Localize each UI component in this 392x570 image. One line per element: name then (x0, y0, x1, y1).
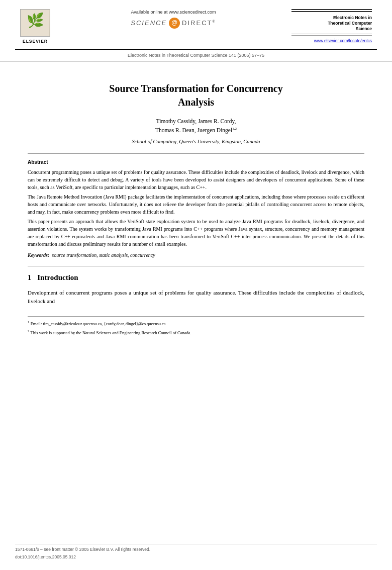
abstract-section: Abstract Concurrent programming poses a … (28, 159, 364, 259)
abstract-para-2: The Java Remote Method Invocation (Java … (28, 193, 364, 216)
page-footer: 1571-0661/$ – see front matter © 2005 El… (15, 544, 377, 561)
keywords: Keywords: source transformation, static … (28, 252, 364, 259)
page: 🌿 ELSEVIER Available online at www.scien… (0, 0, 392, 570)
authors: Timothy Cassidy, James R. Cordy, Thomas … (28, 117, 364, 135)
journal-name: Electronic Notes inTheoretical ComputerS… (328, 15, 372, 32)
direct-wordmark: DIRECT® (182, 19, 216, 28)
available-text: Available online at www.sciencedirect.co… (131, 9, 216, 16)
footnote-1-text: Email: tim_cassidy@tricolour.queensu.ca,… (31, 321, 166, 326)
elsevier-url[interactable]: www.elsevier.com/locate/entcs (314, 38, 372, 44)
footnote-2-text: This work is supported by the Natural Sc… (30, 330, 191, 335)
footer-line-1: 1571-0661/$ – see front matter © 2005 El… (15, 546, 377, 552)
header-center: Available online at www.sciencedirect.co… (55, 9, 291, 31)
abstract-para-3: This paper presents an approach that all… (28, 218, 364, 248)
abstract-para-1: Concurrent programming poses a unique se… (28, 168, 364, 191)
logo-graphic: 🌿 (20, 9, 50, 37)
header-lines-bottom (291, 34, 372, 37)
abstract-label: Abstract (28, 159, 364, 166)
abstract-text: Concurrent programming poses a unique se… (28, 168, 364, 248)
intro-divider (28, 266, 364, 266)
footnote-area: 1 Email: tim_cassidy@tricolour.queensu.c… (28, 316, 364, 336)
svg-text:🌿: 🌿 (27, 12, 44, 29)
header-right: Electronic Notes inTheoretical ComputerS… (291, 9, 372, 44)
affiliation: School of Computing, Queen's University,… (28, 138, 364, 145)
footnote-2: 2 This work is supported by the Natural … (28, 329, 364, 336)
sciencedirect-logo: SCIENCE @ DIRECT® (131, 18, 216, 29)
journal-info-bar: Electronic Notes in Theoretical Computer… (0, 50, 392, 62)
abstract-divider-top (28, 153, 364, 154)
main-content: Source Transformation for ConcurrencyAna… (0, 62, 392, 347)
section-title-text: Introduction (37, 273, 78, 281)
keywords-text: source transformation, static analysis, … (52, 252, 155, 258)
section-number: 1 (28, 273, 32, 281)
science-wordmark: SCIENCE (131, 19, 167, 28)
keywords-label: Keywords: (28, 252, 49, 258)
elsevier-logo: 🌿 ELSEVIER (15, 9, 55, 44)
section-1-title: 1 Introduction (28, 272, 364, 283)
header-lines-top (291, 9, 372, 13)
footer-line-2: doi:10.1016/j.entcs.2005.05.012 (15, 554, 377, 560)
intro-text: Development of concurrent programs poses… (28, 289, 364, 306)
paper-title: Source Transformation for ConcurrencyAna… (28, 82, 364, 109)
footnote-1: 1 Email: tim_cassidy@tricolour.queensu.c… (28, 320, 364, 327)
header: 🌿 ELSEVIER Available online at www.scien… (0, 0, 392, 49)
elsevier-label: ELSEVIER (23, 38, 48, 44)
at-icon: @ (169, 18, 180, 29)
